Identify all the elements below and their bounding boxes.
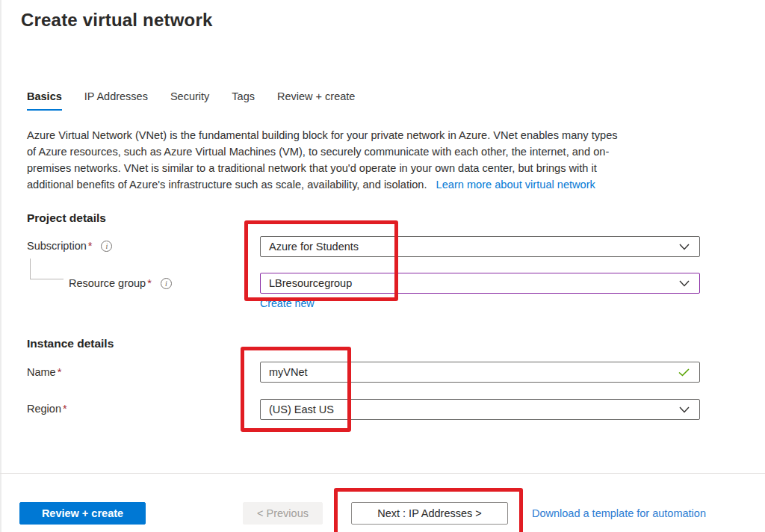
next-ip-addresses-button[interactable]: Next : IP Addresses >	[351, 502, 508, 525]
required-asterisk: *	[58, 366, 62, 378]
project-details-heading: Project details	[27, 211, 106, 225]
description-line: of Azure resources, such as Azure Virtua…	[27, 143, 618, 160]
tab-bar: Basics IP Addresses Security Tags Review…	[27, 90, 355, 111]
tab-review-create[interactable]: Review + create	[277, 90, 355, 109]
tab-basics[interactable]: Basics	[27, 90, 62, 111]
page-title: Create virtual network	[21, 10, 212, 31]
chevron-down-icon	[679, 406, 690, 413]
download-template-link[interactable]: Download a template for automation	[532, 507, 706, 519]
info-icon[interactable]: i	[161, 278, 172, 289]
resource-group-value: LBresourcegroup	[269, 277, 352, 289]
info-icon[interactable]: i	[101, 241, 112, 252]
tree-connector-vertical	[30, 259, 31, 279]
create-new-link[interactable]: Create new	[260, 297, 315, 309]
name-label: Name*	[27, 366, 61, 378]
subscription-label-row: Subscription* i	[27, 240, 112, 252]
subscription-label: Subscription*	[27, 240, 92, 252]
region-value: (US) East US	[269, 403, 334, 415]
chevron-down-icon	[679, 244, 690, 250]
required-asterisk: *	[88, 240, 93, 252]
required-asterisk: *	[63, 403, 67, 415]
valid-check-icon	[678, 368, 690, 377]
required-asterisk: *	[147, 277, 152, 289]
resource-group-label: Resource group*	[69, 277, 152, 289]
region-label-row: Region*	[27, 403, 67, 415]
resource-group-dropdown[interactable]: LBresourcegroup	[260, 273, 700, 294]
subscription-dropdown[interactable]: Azure for Students	[260, 236, 700, 257]
tab-security[interactable]: Security	[170, 90, 209, 109]
vnet-description: Azure Virtual Network (VNet) is the fund…	[27, 127, 618, 193]
chevron-down-icon	[679, 280, 690, 287]
learn-more-link[interactable]: Learn more about virtual network	[436, 179, 595, 191]
previous-button[interactable]: < Previous	[243, 502, 323, 525]
tree-connector-horizontal	[30, 279, 64, 279]
tab-tags[interactable]: Tags	[232, 90, 255, 109]
region-dropdown[interactable]: (US) East US	[260, 399, 700, 420]
resource-group-label-row: Resource group* i	[69, 277, 172, 289]
instance-details-heading: Instance details	[27, 337, 114, 350]
panel-left-edge	[0, 0, 1, 532]
description-line: additional benefits of Azure's infrastru…	[27, 179, 427, 191]
subscription-value: Azure for Students	[269, 241, 359, 253]
name-field[interactable]	[260, 362, 700, 383]
description-line: Azure Virtual Network (VNet) is the fund…	[27, 127, 618, 143]
review-create-button[interactable]: Review + create	[19, 502, 146, 525]
name-label-row: Name*	[27, 366, 61, 378]
region-label: Region*	[27, 403, 67, 415]
name-input[interactable]	[269, 362, 678, 382]
footer-divider	[0, 473, 765, 474]
tab-ip-addresses[interactable]: IP Addresses	[84, 90, 148, 109]
description-line: premises networks. VNet is similar to a …	[27, 160, 618, 176]
